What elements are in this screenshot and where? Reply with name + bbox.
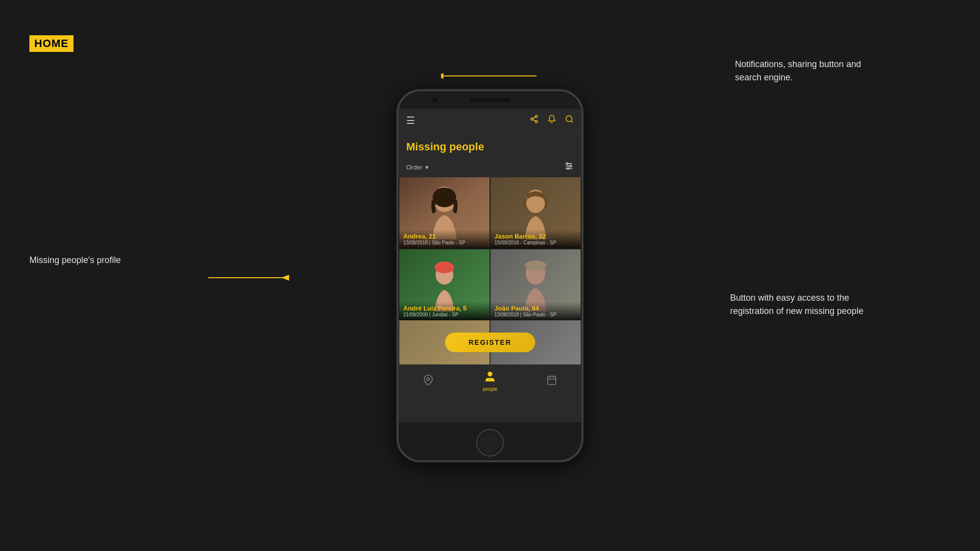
header-actions <box>530 115 574 126</box>
svg-point-17 <box>570 165 571 167</box>
person-details-andrea: 13/08/2018 | São Paulo - SP <box>403 240 486 245</box>
svg-point-27 <box>427 378 430 381</box>
svg-point-26 <box>525 261 546 270</box>
calendar-nav-icon <box>546 375 557 388</box>
share-icon[interactable] <box>530 115 539 126</box>
people-nav-icon <box>484 370 496 385</box>
phone-mockup: ☰ <box>397 90 583 462</box>
svg-rect-29 <box>548 376 556 384</box>
people-nav-label: people <box>483 386 497 392</box>
phone-notch <box>398 91 582 109</box>
person-details-jason: 15/09/2016 - Campinas - SP <box>494 240 577 245</box>
person-name-jason: Jason Barros, 32 <box>494 233 577 240</box>
dropdown-chevron-icon: ▾ <box>425 164 429 171</box>
side-button-right <box>583 169 583 199</box>
phone-body: ☰ <box>397 90 583 462</box>
notifications-arrow <box>441 69 539 83</box>
person-card-jason[interactable]: Jason Barros, 32 15/09/2016 - Campinas -… <box>490 177 581 248</box>
nav-item-location[interactable] <box>423 375 434 388</box>
svg-point-20 <box>433 188 456 207</box>
person-name-joao: João Paulo, 84 <box>494 305 577 312</box>
svg-rect-24 <box>436 265 453 269</box>
register-button-overlay: REGISTER <box>445 333 535 352</box>
person-name-andre: André Luiz Pereira, 5 <box>403 305 486 312</box>
person-details-andre: 21/09/2000 | Jundiaí - SP <box>403 312 486 317</box>
person-details-joao: 13/08/2018 | São Paulo - SP <box>494 312 577 317</box>
svg-point-28 <box>488 372 492 376</box>
menu-icon[interactable]: ☰ <box>406 115 415 126</box>
svg-line-9 <box>533 120 535 121</box>
phone-bottom <box>398 422 582 462</box>
svg-line-12 <box>571 120 572 122</box>
nav-item-people[interactable]: people <box>483 370 497 392</box>
annotation-register: Button with easy access to the registrat… <box>730 291 887 318</box>
app-header: ☰ <box>398 109 582 133</box>
person-overlay-joao: João Paulo, 84 13/08/2018 | São Paulo - … <box>490 302 581 320</box>
people-grid: Andrea, 21 13/08/2018 | São Paulo - SP <box>398 177 582 320</box>
front-camera <box>433 97 438 102</box>
filter-options-icon[interactable] <box>564 161 574 173</box>
filter-bar: Order ▾ <box>398 157 582 177</box>
profile-arrow <box>206 272 294 284</box>
page-title: Missing people <box>406 141 574 153</box>
svg-point-18 <box>567 168 569 169</box>
person-overlay-andre: André Luiz Pereira, 5 21/09/2000 | Jundi… <box>399 302 490 320</box>
speaker <box>470 98 510 102</box>
order-dropdown[interactable]: Order ▾ <box>406 164 429 171</box>
search-icon[interactable] <box>565 115 574 126</box>
person-name-andrea: Andrea, 21 <box>403 233 486 240</box>
phone-screen: ☰ <box>398 109 582 422</box>
person-card-andrea[interactable]: Andrea, 21 13/08/2018 | São Paulo - SP <box>399 177 490 248</box>
person-card-andre[interactable]: André Luiz Pereira, 5 21/09/2000 | Jundi… <box>399 249 490 320</box>
home-button[interactable] <box>476 429 504 456</box>
bottom-nav: people <box>398 364 582 398</box>
annotation-notifications: Notifications, sharing button and search… <box>735 58 872 84</box>
location-nav-icon <box>423 375 434 388</box>
person-overlay-jason: Jason Barros, 32 15/09/2016 - Campinas -… <box>490 230 581 248</box>
order-label: Order <box>406 164 422 171</box>
notifications-icon[interactable] <box>547 115 556 126</box>
home-badge: HOME <box>29 35 74 52</box>
register-area: REGISTER <box>398 320 582 364</box>
register-button[interactable]: REGISTER <box>445 333 535 352</box>
nav-item-calendar[interactable] <box>546 375 557 388</box>
svg-line-10 <box>533 117 535 119</box>
person-overlay-andrea: Andrea, 21 13/08/2018 | São Paulo - SP <box>399 230 490 248</box>
svg-point-16 <box>566 163 568 164</box>
annotation-profile: Missing people's profile <box>29 254 176 267</box>
person-card-joao[interactable]: João Paulo, 84 13/08/2018 | São Paulo - … <box>490 249 581 320</box>
side-buttons-left <box>397 155 397 196</box>
page-title-section: Missing people <box>398 133 582 157</box>
